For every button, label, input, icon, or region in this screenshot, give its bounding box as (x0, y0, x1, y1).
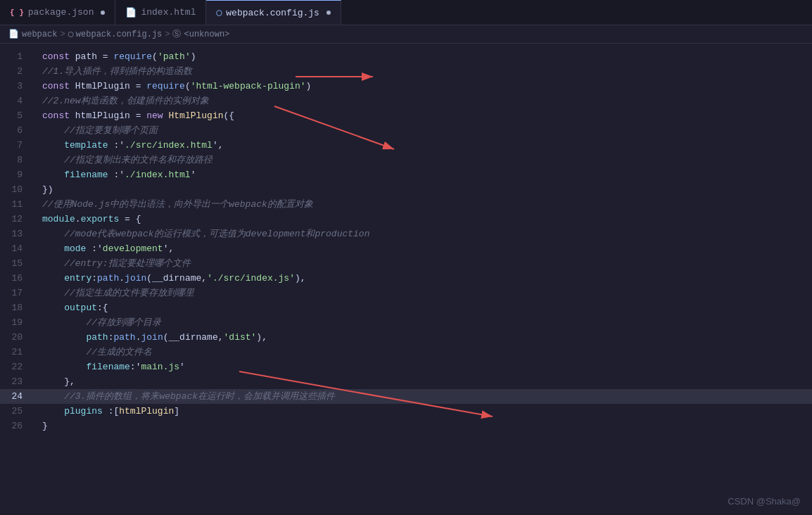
code-line: }) (34, 182, 812, 197)
code-line: const path = require('path') (34, 49, 812, 64)
tab-dot (326, 11, 331, 15)
code-line: const HtmlPlugin = require('html-webpack… (34, 79, 812, 94)
code-line: output:{ (34, 300, 812, 315)
tab-webpack-config[interactable]: ◯ webpack.config.js (206, 0, 341, 25)
line-number: 11 (0, 197, 34, 212)
line-number: 17 (0, 286, 34, 300)
webpack-icon: ◯ (216, 7, 222, 18)
line-number: 22 (0, 360, 34, 374)
watermark: CSDN @Shaka@ (728, 496, 801, 507)
breadcrumb-icon: 📄 (8, 29, 19, 39)
breadcrumb-icon3: Ⓢ (172, 28, 181, 40)
breadcrumb-sep2: > (165, 30, 170, 39)
code-line: } (34, 419, 812, 433)
tab-bar: { } package.json 📄 index.html ◯ webpack.… (0, 0, 812, 25)
line-number: 5 (0, 108, 34, 123)
tab-index-html[interactable]: 📄 index.html (115, 0, 206, 25)
code-line: //1.导入插件，得到插件的构造函数 (34, 64, 812, 79)
tab-package-json[interactable]: { } package.json (0, 0, 115, 25)
code-line: mode :'development', (34, 241, 812, 256)
code-area: 1234567891011121314151617181920212223242… (0, 44, 812, 515)
line-number: 1 (0, 49, 34, 64)
code-line: //指定要复制哪个页面 (34, 123, 812, 138)
code-line: entry:path.join(__dirname,'./src/index.j… (34, 271, 812, 286)
breadcrumb-icon2: ◯ (68, 29, 73, 39)
tab-label: package.json (28, 7, 94, 18)
line-number: 25 (0, 404, 34, 419)
line-number: 20 (0, 330, 34, 345)
line-number: 10 (0, 182, 34, 197)
line-number: 3 (0, 79, 34, 94)
code-line: //mode代表webpack的运行模式，可选值为development和pro… (34, 227, 812, 241)
breadcrumb-sep: > (60, 30, 65, 39)
tab-label: index.html (141, 7, 196, 18)
line-number: 8 (0, 153, 34, 167)
json-icon: { } (10, 8, 24, 17)
code-line: //使用Node.js中的导出语法，向外导出一个webpack的配置对象 (34, 197, 812, 212)
line-number: 16 (0, 271, 34, 286)
code-line: //生成的文件名 (34, 345, 812, 360)
code-line: //2.new构造函数，创建插件的实例对象 (34, 94, 812, 108)
line-number: 9 (0, 167, 34, 182)
code-line: filename:'main.js' (34, 360, 812, 374)
code-line: }, (34, 374, 812, 389)
line-numbers: 1234567891011121314151617181920212223242… (0, 44, 34, 515)
line-number: 6 (0, 123, 34, 138)
line-number: 15 (0, 256, 34, 271)
code-line: //存放到哪个目录 (34, 315, 812, 330)
line-number: 2 (0, 64, 34, 79)
code-line: plugins :[htmlPlugin] (34, 404, 812, 419)
line-number: 18 (0, 300, 34, 315)
code-line: //指定生成的文件要存放到哪里 (34, 286, 812, 300)
line-number: 23 (0, 374, 34, 389)
tab-label: webpack.config.js (226, 8, 319, 18)
breadcrumb-item: webpack (22, 30, 57, 39)
line-number: 12 (0, 212, 34, 227)
line-number: 19 (0, 315, 34, 330)
code-content[interactable]: const path = require('path')//1.导入插件，得到插… (34, 44, 812, 515)
tab-dot (101, 11, 105, 15)
code-line: filename :'./index.html' (34, 167, 812, 182)
line-number: 26 (0, 419, 34, 433)
line-number: 24 (0, 389, 34, 404)
line-number: 14 (0, 241, 34, 256)
code-line: module.exports = { (34, 212, 812, 227)
breadcrumb-item3: <unknown> (184, 30, 229, 39)
breadcrumb-item2: webpack.config.js (76, 30, 162, 39)
code-line: path:path.join(__dirname,'dist'), (34, 330, 812, 345)
code-line: template :'./src/index.html', (34, 138, 812, 153)
line-number: 4 (0, 94, 34, 108)
code-line: //3.插件的数组，将来webpack在运行时，会加载并调用这些插件 (34, 389, 812, 404)
code-line: //指定复制出来的文件名和存放路径 (34, 153, 812, 167)
code-line: //entry:指定要处理哪个文件 (34, 256, 812, 271)
code-line: const htmlPlugin = new HtmlPlugin({ (34, 108, 812, 123)
html-icon: 📄 (125, 7, 137, 18)
breadcrumb: 📄 webpack > ◯ webpack.config.js > Ⓢ <unk… (0, 25, 812, 44)
line-number: 7 (0, 138, 34, 153)
line-number: 21 (0, 345, 34, 360)
line-number: 13 (0, 227, 34, 241)
